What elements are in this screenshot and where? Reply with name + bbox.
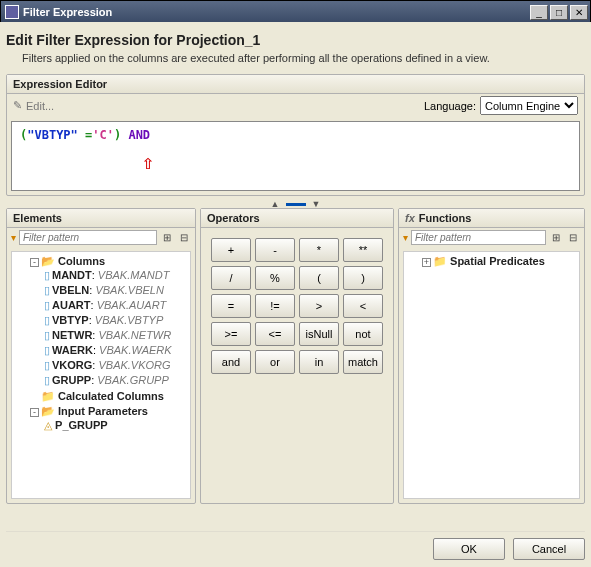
pencil-icon: ✎ <box>13 99 22 112</box>
column-item: MANDT: VBAK.MANDT <box>44 268 190 283</box>
annotation-arrow-icon: ⇧ <box>142 152 154 172</box>
op-lte-button[interactable]: <= <box>255 322 295 346</box>
op-in-button[interactable]: in <box>299 350 339 374</box>
expand-icon[interactable]: + <box>422 258 431 267</box>
op-lt-button[interactable]: < <box>343 294 383 318</box>
window-title: Filter Expression <box>23 6 530 18</box>
expression-input[interactable]: ("VBTYP" ='C') AND ⇧ <box>11 121 580 191</box>
op-or-button[interactable]: or <box>255 350 295 374</box>
column-item: VBTYP: VBAK.VBTYP <box>44 313 190 328</box>
language-select[interactable]: Column Engine <box>480 96 578 115</box>
elements-panel: Elements ▾ ⊞ ⊟ -📂 Columns MANDT: VBAK.MA… <box>6 208 196 504</box>
op-not-button[interactable]: not <box>343 322 383 346</box>
spatial-predicates-node[interactable]: Spatial Predicates <box>450 255 545 267</box>
expand-all-button[interactable]: ⊞ <box>160 231 174 245</box>
op-mul-button[interactable]: * <box>299 238 339 262</box>
op-pow-button[interactable]: ** <box>343 238 383 262</box>
op-plus-button[interactable]: + <box>211 238 251 262</box>
column-item: VKORG: VBAK.VKORG <box>44 358 190 373</box>
collapse-all-button[interactable]: ⊟ <box>566 231 580 245</box>
functions-filter-input[interactable] <box>411 230 546 245</box>
op-div-button[interactable]: / <box>211 266 251 290</box>
column-item: GRUPP: VBAK.GRUPP <box>44 373 190 388</box>
op-eq-button[interactable]: = <box>211 294 251 318</box>
filter-icon: ▾ <box>11 232 16 243</box>
folder-icon: 📂 <box>41 255 55 267</box>
page-subtitle: Filters applied on the columns are execu… <box>22 52 585 64</box>
close-button[interactable]: ✕ <box>570 5 588 20</box>
elements-title: Elements <box>13 212 62 224</box>
elements-tree[interactable]: -📂 Columns MANDT: VBAK.MANDT VBELN: VBAK… <box>11 251 191 499</box>
app-icon <box>5 5 19 19</box>
op-match-button[interactable]: match <box>343 350 383 374</box>
filter-icon: ▾ <box>403 232 408 243</box>
functions-title: Functions <box>419 212 472 224</box>
op-lparen-button[interactable]: ( <box>299 266 339 290</box>
expand-all-button[interactable]: ⊞ <box>549 231 563 245</box>
column-item: AUART: VBAK.AUART <box>44 298 190 313</box>
parameter-item: ◬ P_GRUPP <box>44 418 190 433</box>
calculated-columns-node[interactable]: Calculated Columns <box>58 390 164 402</box>
fx-icon: fx <box>405 212 415 224</box>
expression-editor-title: Expression Editor <box>13 78 107 90</box>
minimize-button[interactable]: _ <box>530 5 548 20</box>
operators-title: Operators <box>207 212 260 224</box>
expand-icon[interactable]: - <box>30 258 39 267</box>
folder-icon: 📁 <box>433 255 447 267</box>
column-item: NETWR: VBAK.NETWR <box>44 328 190 343</box>
expression-editor-panel: Expression Editor ✎ Edit... Language: Co… <box>6 74 585 196</box>
op-gte-button[interactable]: >= <box>211 322 251 346</box>
functions-tree[interactable]: +📁 Spatial Predicates <box>403 251 580 499</box>
op-mod-button[interactable]: % <box>255 266 295 290</box>
maximize-button[interactable]: □ <box>550 5 568 20</box>
column-item: WAERK: VBAK.WAERK <box>44 343 190 358</box>
expand-icon[interactable]: - <box>30 408 39 417</box>
ok-button[interactable]: OK <box>433 538 505 560</box>
title-bar: Filter Expression _ □ ✕ <box>1 1 590 23</box>
op-minus-button[interactable]: - <box>255 238 295 262</box>
op-neq-button[interactable]: != <box>255 294 295 318</box>
folder-icon: 📁 <box>41 390 55 402</box>
op-rparen-button[interactable]: ) <box>343 266 383 290</box>
column-item: VBELN: VBAK.VBELN <box>44 283 190 298</box>
elements-filter-input[interactable] <box>19 230 157 245</box>
splitter[interactable]: ▲ ▼ <box>6 200 585 208</box>
cancel-button[interactable]: Cancel <box>513 538 585 560</box>
dialog-buttons: OK Cancel <box>6 531 585 561</box>
operators-grid: + - * ** / % ( ) = != > < >= <= <box>205 232 389 380</box>
collapse-all-button[interactable]: ⊟ <box>177 231 191 245</box>
edit-link[interactable]: Edit... <box>26 100 54 112</box>
parameter-icon: ◬ <box>44 419 52 431</box>
functions-panel: fxFunctions ▾ ⊞ ⊟ +📁 Spatial Predicates <box>398 208 585 504</box>
input-parameters-node[interactable]: Input Parameters <box>58 405 148 417</box>
operators-panel: Operators + - * ** / % ( ) = != > < <box>200 208 394 504</box>
columns-node[interactable]: Columns <box>58 255 105 267</box>
language-label: Language: <box>424 100 476 112</box>
page-title: Edit Filter Expression for Projection_1 <box>6 32 585 48</box>
op-gt-button[interactable]: > <box>299 294 339 318</box>
op-isnull-button[interactable]: isNull <box>299 322 339 346</box>
folder-icon: 📂 <box>41 405 55 417</box>
op-and-button[interactable]: and <box>211 350 251 374</box>
